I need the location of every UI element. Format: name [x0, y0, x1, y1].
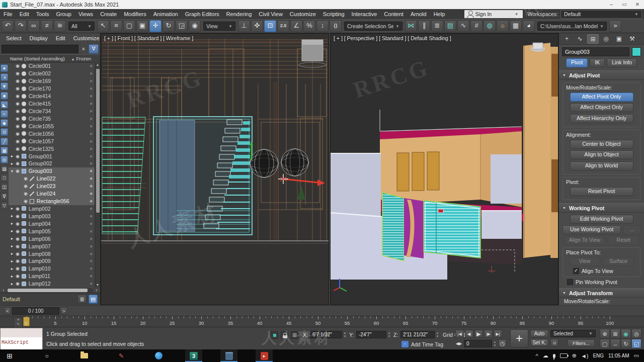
visibility-eye-icon[interactable]: ◉ [24, 191, 28, 196]
explorer-row[interactable]: ►◉Lamp003∗ [9, 212, 95, 220]
add-time-tag[interactable]: Add Time Tag [411, 341, 443, 347]
scroll-right-icon[interactable]: › [94, 288, 99, 293]
explorer-row[interactable]: ►◉Lamp008∗ [9, 250, 95, 257]
menu-rendering[interactable]: Rendering [223, 10, 256, 18]
current-frame-field[interactable]: 0 [464, 340, 492, 347]
explorer-row[interactable]: ◉Circle002∗ [9, 70, 95, 77]
expand-arrow-icon[interactable]: ▼ [10, 169, 15, 173]
toolbar-overflow-icon[interactable]: » [609, 20, 621, 32]
visibility-eye-icon[interactable]: ◉ [16, 206, 20, 211]
language-indicator[interactable]: ENG [593, 353, 604, 358]
menu-content[interactable]: Content [380, 10, 407, 18]
selection-filter-dropdown[interactable]: All▼ [68, 22, 95, 31]
align-to-world-button[interactable]: Align to World [570, 161, 633, 170]
align-to-object-button[interactable]: Align to Object [570, 150, 633, 159]
time-configuration-icon[interactable]: ◷ [498, 339, 507, 347]
zoom-icon[interactable]: ⊕ [600, 329, 610, 338]
menu-tools[interactable]: Tools [33, 10, 53, 18]
menu-views[interactable]: Views [75, 10, 97, 18]
explorer-row[interactable]: ◉Circle1055∗ [9, 122, 95, 130]
affect-pivot-only-button[interactable]: Affect Pivot Only [570, 93, 633, 102]
explorer-row[interactable]: ◉Line022∗ [9, 175, 95, 183]
filter-containers-icon[interactable]: ◎ [1, 156, 8, 163]
explorer-row[interactable]: ►◉Lamp011∗ [9, 273, 95, 280]
layer-manager-icon[interactable]: ≣ [431, 20, 443, 32]
affect-hierarchy-only-button[interactable]: Affect Hierarchy Only [570, 114, 633, 123]
redo-icon[interactable]: ↷ [15, 20, 27, 32]
close-button[interactable]: ✕ [631, 0, 644, 9]
display-misc-icon[interactable]: ▽ [1, 202, 8, 209]
curve-editor-icon[interactable]: ∿ [457, 20, 469, 32]
calculator-app-icon[interactable] [220, 349, 237, 362]
visibility-eye-icon[interactable]: ◉ [16, 161, 20, 166]
display-hidden-icon[interactable]: ◫ [1, 183, 8, 191]
visibility-eye-icon[interactable]: ◉ [16, 168, 20, 173]
tab-motion-icon[interactable]: ◎ [600, 34, 612, 44]
start-button[interactable]: ⊞ [1, 349, 18, 362]
next-frame-icon[interactable]: |▶ [484, 330, 493, 338]
menu-help[interactable]: Help [430, 10, 449, 18]
filter-shapes-icon[interactable]: ◑ [1, 73, 8, 81]
expand-arrow-icon[interactable]: ► [10, 162, 15, 165]
minimize-button[interactable]: – [605, 0, 618, 9]
expand-arrow-icon[interactable]: ► [10, 259, 15, 263]
visibility-eye-icon[interactable]: ◉ [16, 281, 20, 286]
region-zoom-icon[interactable]: ▢ [600, 339, 610, 348]
menu-interactive[interactable]: Interactive [348, 10, 381, 18]
explorer-row[interactable]: ►◉Lamp009∗ [9, 257, 95, 265]
percent-snap-icon[interactable]: % [303, 20, 315, 32]
orbit-icon[interactable]: ↻ [621, 339, 631, 348]
explorer-row[interactable]: ►◉Group001∗ [9, 152, 95, 160]
expand-arrow-icon[interactable]: ► [10, 207, 15, 210]
explorer-tab-display[interactable]: Display [30, 35, 48, 41]
front-viewport[interactable]: [ + ] [ Front ] [ Standard ] [ Wireframe… [101, 33, 329, 305]
explorer-row[interactable]: ◉Circle1056∗ [9, 130, 95, 137]
use-pivot-point-icon[interactable]: ⊥ [238, 20, 250, 32]
battery-icon[interactable] [560, 353, 568, 358]
z-spinner[interactable]: ▲▼ [435, 331, 440, 338]
display-frozen-icon[interactable]: □ [1, 174, 8, 182]
vertical-scrollbar[interactable]: ▲ ▼ [95, 62, 100, 287]
use-working-pivot-button[interactable]: Use Working Pivot [562, 225, 621, 234]
visibility-eye-icon[interactable]: ◉ [16, 146, 20, 151]
select-and-move-icon[interactable]: ✛ [149, 20, 162, 32]
select-by-name-icon[interactable]: ≡ [110, 20, 122, 32]
display-influences-icon[interactable]: ▤ [1, 165, 8, 172]
explorer-row[interactable]: ◉Circle170∗ [9, 85, 95, 93]
visibility-eye-icon[interactable]: ◉ [16, 101, 20, 106]
key-filters-icon[interactable]: ⊙ [550, 339, 558, 347]
pencil-app-icon[interactable]: ✎ [113, 349, 130, 362]
selection-set-dropdown[interactable]: Selected ▼ [550, 330, 596, 337]
menu-civil-view[interactable]: Civil View [255, 10, 286, 18]
explorer-row[interactable]: ►◉Lamp006∗ [9, 235, 95, 242]
visibility-eye-icon[interactable]: ◉ [16, 124, 20, 129]
visibility-eye-icon[interactable]: ◉ [16, 78, 20, 83]
scroll-up-icon[interactable]: ▲ [95, 63, 100, 66]
reset-pivot-button[interactable]: Reset Pivot [570, 187, 633, 196]
maxscript-mini-listener[interactable]: MAXScript Mini [0, 328, 43, 349]
menu-animation[interactable]: Animation [150, 10, 182, 18]
center-to-object-button[interactable]: Center to Object [570, 140, 633, 149]
y-coordinate-field[interactable]: -24'7" [356, 331, 386, 338]
visibility-eye-icon[interactable]: ◉ [16, 71, 20, 76]
expand-arrow-icon[interactable]: ► [10, 275, 15, 278]
frame-spinner[interactable]: ▲▼ [493, 340, 497, 347]
explorer-tab-select[interactable]: Select [6, 35, 22, 41]
filter-spacewarps-icon[interactable]: ≈ [1, 110, 8, 118]
explorer-row[interactable]: ◉Line024∗ [9, 190, 95, 198]
explorer-row[interactable]: ◉Circle001∗ [9, 62, 95, 70]
snaps-toggle-icon[interactable]: 2.5 [277, 20, 289, 32]
menu-group[interactable]: Group [52, 10, 75, 18]
viewport-label[interactable]: [ + ] [ Perspective ] [ Standard ] [ Def… [334, 35, 451, 41]
render-production-icon[interactable]: ◕ [523, 20, 535, 32]
isolate-selection-icon[interactable] [271, 331, 278, 339]
explorer-row[interactable]: ◉Line023∗ [9, 183, 95, 190]
select-and-manipulate-icon[interactable]: ✜ [251, 20, 263, 32]
zoom-extents-icon[interactable]: ◉ [621, 329, 631, 338]
project-folder-dropdown[interactable]: C:\Users\sus...lan Modeling▼ [537, 22, 607, 31]
reference-coordinate-dropdown[interactable]: View▼ [203, 22, 235, 31]
visibility-eye-icon[interactable]: ◉ [16, 94, 20, 99]
layer-explorer-icon[interactable]: ≣ [77, 295, 87, 304]
object-name-field[interactable]: Group003 [562, 47, 629, 56]
rollout-working-pivot[interactable]: ▼ Working Pivot [559, 203, 644, 213]
